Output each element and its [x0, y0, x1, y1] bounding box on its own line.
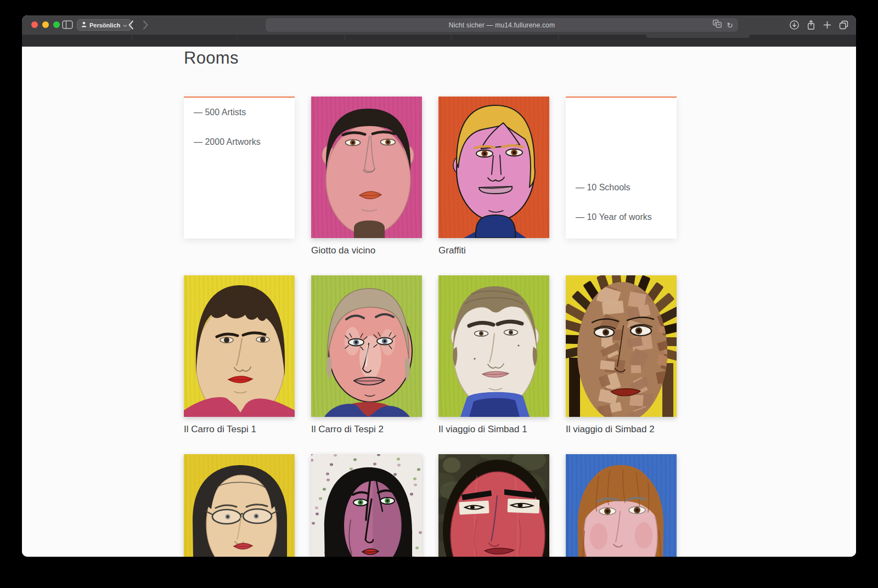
header-divider [345, 35, 345, 39]
artwork-image-il-carro-di-tespi-2[interactable] [311, 275, 422, 417]
artwork-portrait-blue-bangs [566, 454, 677, 557]
forward-icon[interactable] [143, 20, 149, 30]
artwork-image-portrait-floral[interactable] [311, 454, 422, 557]
user-icon [81, 21, 87, 29]
close-button[interactable] [31, 21, 38, 28]
artwork-caption[interactable]: Giotto da vicino [311, 245, 422, 256]
address-bar[interactable]: Nicht sicher — mu14.fullurene.com A ↻ [266, 18, 738, 32]
artwork-il-carro-di-tespi-2: Il Carro di Tespi 2 [311, 275, 422, 454]
artwork-image-portrait-blue-bangs[interactable] [566, 454, 677, 557]
tabs-overview-icon[interactable] [839, 20, 848, 30]
header-divider [132, 35, 132, 39]
artwork-caption[interactable]: Il viaggio di Simbad 2 [566, 424, 677, 435]
chevron-down-icon [123, 22, 127, 29]
profile-button[interactable]: Persönlich [77, 19, 132, 31]
tab-notch [646, 35, 750, 38]
rooms-grid: — 500 Artists— 2000 ArtworksGiotto da vi… [184, 97, 677, 557]
browser-window: Persönlich Nicht sicher — mu14.fullurene… [22, 15, 856, 557]
window-controls [31, 21, 60, 28]
artwork-image-il-viaggio-di-simbad-2[interactable] [566, 275, 677, 417]
address-text: Nicht sicher — mu14.fullurene.com [449, 21, 555, 29]
new-tab-icon[interactable] [823, 20, 832, 30]
downloads-icon[interactable] [790, 20, 799, 30]
artwork-caption[interactable]: Il Carro di Tespi 1 [184, 424, 295, 435]
artwork-portrait-red-face [438, 454, 549, 557]
artwork-il-carro-di-tespi-1: Il Carro di Tespi 1 [184, 275, 295, 454]
back-icon[interactable] [128, 20, 134, 30]
header-divider [451, 35, 452, 39]
stat-item: — 500 Artists [194, 108, 288, 117]
translate-icon[interactable]: A [713, 20, 722, 30]
stat-item: — 2000 Artworks [194, 137, 288, 147]
sidebar-toggle-icon[interactable] [62, 20, 73, 29]
stats-schools: — 10 Schools— 10 Year of works [566, 97, 677, 239]
stats-artists: — 500 Artists— 2000 Artworks [184, 97, 295, 239]
artwork-caption[interactable]: Il Carro di Tespi 2 [311, 424, 422, 435]
reload-icon[interactable]: ↻ [727, 21, 733, 29]
page-title: Rooms [184, 47, 239, 70]
artwork-il-viaggio-di-simbad-2: Il viaggio di Simbad 2 [566, 275, 677, 454]
artwork-image-giotto-da-vicino[interactable] [311, 97, 422, 238]
profile-label: Persönlich [89, 22, 120, 29]
artwork-giotto-da-vicino: Giotto da vicino [311, 97, 422, 275]
share-icon[interactable] [806, 20, 815, 30]
artwork-image-portrait-woman-glasses[interactable] [184, 454, 295, 557]
stat-item: — 10 Schools [576, 183, 670, 193]
page-content: Rooms — 500 Artists— 2000 ArtworksGiotto… [22, 47, 856, 557]
minimize-button[interactable] [42, 21, 49, 28]
artwork-portrait-floral [311, 454, 422, 557]
artwork-caption[interactable]: Il viaggio di Simbad 1 [438, 424, 549, 435]
artwork-image-graffiti[interactable] [438, 97, 549, 238]
artwork-caption[interactable]: Graffiti [438, 245, 549, 256]
artwork-portrait-woman-glasses [184, 454, 295, 557]
toolbar-right-icons [790, 15, 848, 35]
artwork-graffiti: Graffiti [438, 97, 549, 275]
artwork-image-portrait-red-face[interactable] [438, 454, 549, 557]
zoom-button[interactable] [53, 21, 60, 28]
stat-item: — 10 Year of works [576, 212, 670, 222]
artwork-il-viaggio-di-simbad-1: Il viaggio di Simbad 1 [438, 275, 549, 454]
header-divider [237, 35, 238, 39]
artwork-image-il-carro-di-tespi-1[interactable] [184, 275, 295, 417]
site-header-strip [22, 35, 856, 47]
artwork-image-il-viaggio-di-simbad-1[interactable] [438, 275, 549, 417]
browser-toolbar: Persönlich Nicht sicher — mu14.fullurene… [22, 15, 856, 35]
header-divider [558, 35, 559, 39]
address-bar-icons: A ↻ [713, 18, 733, 32]
